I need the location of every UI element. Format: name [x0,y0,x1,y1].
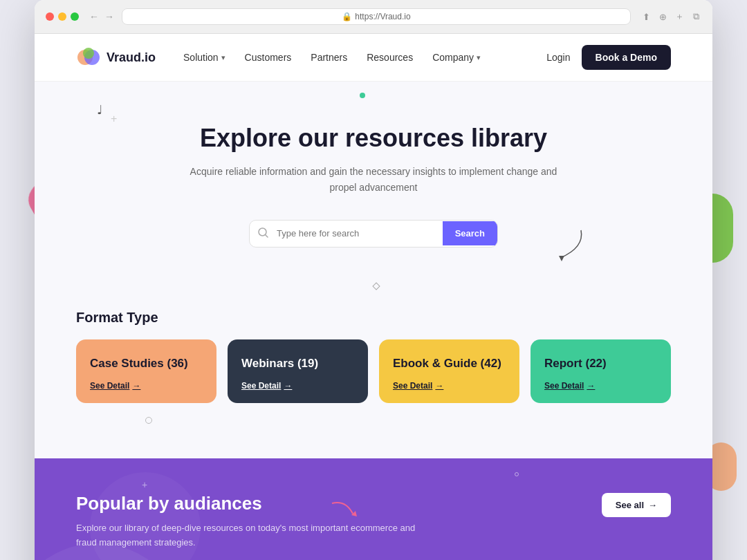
popular-subtitle: Explore our library of deep-dive resourc… [76,521,436,550]
chevron-down-icon: ▾ [221,53,225,62]
nav-customers[interactable]: Customers [245,52,292,63]
format-card-case-studies[interactable]: Case Studies (36) See Detail → [76,339,216,403]
format-section-title: Format Type [76,310,671,326]
bookmark-icon[interactable]: ⊕ [657,11,668,22]
hero-title: Explore our resources library [76,123,671,153]
format-card-report[interactable]: Report (22) See Detail → [531,339,671,403]
arrow-right-icon: → [648,500,657,510]
format-section: Format Type Case Studies (36) See Detail… [35,310,712,458]
browser-actions: ⬆ ⊕ ＋ ⧉ [640,11,701,22]
decorative-red-arrow [325,500,360,528]
nav-solution[interactable]: Solution ▾ [183,52,225,63]
search-button[interactable]: Search [443,221,497,245]
see-detail-4[interactable]: See Detail → [544,381,657,391]
see-all-button[interactable]: See all → [602,493,671,517]
share-icon[interactable]: ⬆ [640,11,652,22]
format-cards: Case Studies (36) See Detail → Webinars … [76,339,671,403]
page-content: Vraud.io Solution ▾ Customers Partners R… [35,34,712,560]
svg-marker-5 [559,256,564,261]
tabs-icon[interactable]: ⧉ [690,11,701,22]
decorative-diamond [372,282,380,290]
close-button[interactable] [46,12,54,21]
browser-nav: ← → [89,11,115,22]
lock-icon: 🔒 [342,12,352,21]
music-icon: ♩ [97,102,102,118]
new-tab-icon[interactable]: ＋ [674,11,685,22]
address-bar[interactable]: 🔒 https://Vraud.io [122,8,631,25]
popular-header: Popular by audiances Explore our library… [76,493,671,550]
nav-links: Solution ▾ Customers Partners Resources … [183,52,546,63]
decorative-cross: + [111,113,117,125]
card-title-2: Webinars (19) [241,356,354,371]
chevron-down-icon-2: ▾ [477,53,481,62]
nav-partners[interactable]: Partners [311,52,347,63]
logo-text: Vraud.io [107,50,156,65]
arrow-icon: → [132,381,140,391]
decorative-plus-1: + [142,479,147,490]
popular-title: Popular by audiances [76,493,436,514]
card-title-3: Ebook & Guide (42) [393,356,506,371]
decorative-small-circle [145,417,152,424]
url-text: https://Vraud.io [355,12,410,21]
search-bar: Search [249,220,498,248]
see-detail-2[interactable]: See Detail → [241,381,354,391]
hero-section: + ♩ Explore our resources library Acquir… [35,82,712,310]
minimize-button[interactable] [58,12,66,21]
format-card-ebook[interactable]: Ebook & Guide (42) See Detail → [379,339,519,403]
svg-line-4 [266,234,268,237]
traffic-lights [46,12,79,21]
search-input[interactable] [277,228,443,239]
arrow-icon-4: → [587,381,595,391]
nav-company[interactable]: Company ▾ [432,52,481,63]
popular-text-area: Popular by audiances Explore our library… [76,493,436,550]
back-button[interactable]: ← [89,11,100,22]
popular-section: + Popular by audiances Explore our libra… [35,458,712,560]
hero-subtitle: Acquire reliable information and gain th… [180,164,567,195]
decorative-teal-dot [360,93,365,98]
format-card-webinars[interactable]: Webinars (19) See Detail → [228,339,368,403]
arrow-icon-3: → [435,381,443,391]
nav-actions: Login Book a Demo [546,45,671,70]
arrow-icon-2: → [284,381,292,391]
search-icon [250,221,277,247]
decorative-circle-1 [515,472,519,476]
card-title-4: Report (22) [544,356,657,371]
card-title-1: Case Studies (36) [90,356,203,371]
logo-icon [76,45,101,70]
see-detail-3[interactable]: See Detail → [393,381,506,391]
see-detail-1[interactable]: See Detail → [90,381,203,391]
browser-window: ← → 🔒 https://Vraud.io ⬆ ⊕ ＋ ⧉ [35,0,712,560]
decorative-arrow [546,227,588,261]
browser-chrome: ← → 🔒 https://Vraud.io ⬆ ⊕ ＋ ⧉ [35,0,712,34]
svg-point-2 [83,48,94,59]
maximize-button[interactable] [71,12,79,21]
nav-resources[interactable]: Resources [367,52,413,63]
forward-button[interactable]: → [104,11,115,22]
login-button[interactable]: Login [546,52,570,63]
navbar: Vraud.io Solution ▾ Customers Partners R… [35,34,712,82]
logo-area[interactable]: Vraud.io [76,45,156,70]
book-demo-button[interactable]: Book a Demo [582,45,671,70]
